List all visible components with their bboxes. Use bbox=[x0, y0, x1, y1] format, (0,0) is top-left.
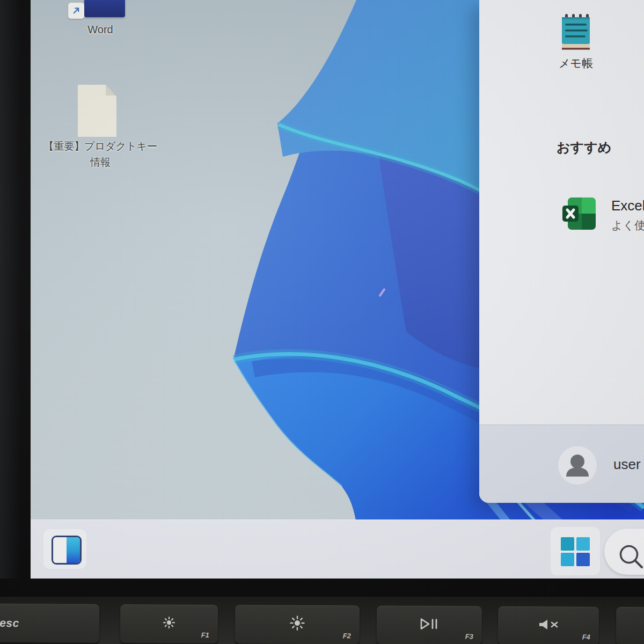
key-f4[interactable]: F4 bbox=[498, 606, 599, 644]
taskbar bbox=[31, 519, 644, 579]
widgets-button[interactable] bbox=[43, 529, 86, 569]
desktop-icon-label: Word bbox=[65, 24, 135, 36]
user-name: user bbox=[613, 456, 641, 473]
excel-icon bbox=[562, 196, 597, 231]
recommended-item-excel[interactable]: Excel よく使 bbox=[554, 191, 644, 240]
key-f1[interactable]: F1 bbox=[120, 604, 218, 643]
key-esc[interactable]: esc bbox=[0, 603, 99, 643]
key-fn-label: F3 bbox=[465, 632, 473, 640]
recommended-item-subtitle: よく使 bbox=[611, 218, 644, 233]
windows-logo-icon bbox=[561, 537, 590, 566]
text-document-icon bbox=[78, 85, 116, 137]
key-fn-label: F4 bbox=[582, 633, 590, 641]
key-fn-label: F2 bbox=[343, 632, 351, 640]
desktop-icon-product-key-file[interactable]: 【重要】プロダクトキー 情報 bbox=[39, 85, 162, 181]
keyboard-deck: esc F1 F2 F3 bbox=[0, 597, 644, 644]
screen-bezel-left bbox=[0, 0, 31, 579]
brightness-low-icon bbox=[163, 616, 175, 629]
notepad-icon bbox=[560, 13, 591, 52]
desktop-icon-word[interactable]: Word bbox=[65, 0, 127, 53]
pinned-app-notepad[interactable]: メモ帳 bbox=[543, 9, 609, 75]
shortcut-arrow-icon bbox=[68, 3, 84, 19]
desktop-icon-label: 【重要】プロダクトキー bbox=[39, 140, 162, 153]
key-f3[interactable]: F3 bbox=[377, 606, 482, 644]
start-menu: メモ帳 おすすめ Excel よく使 bbox=[479, 0, 644, 503]
word-icon bbox=[84, 0, 125, 17]
start-menu-footer: user bbox=[479, 425, 644, 503]
recommended-item-title: Excel bbox=[611, 197, 644, 214]
key-fn-label: F1 bbox=[201, 631, 209, 639]
user-avatar-icon bbox=[558, 446, 597, 485]
laptop-screen: Word 【重要】プロダクトキー 情報 メモ帳 おすすめ bbox=[31, 0, 644, 579]
desktop-icon-label: 情報 bbox=[39, 156, 162, 170]
pinned-app-label: メモ帳 bbox=[543, 56, 609, 71]
widgets-icon bbox=[52, 536, 82, 565]
brightness-high-icon bbox=[290, 616, 305, 631]
screen-bezel-bottom bbox=[0, 579, 644, 597]
start-button[interactable] bbox=[551, 527, 600, 575]
search-button[interactable] bbox=[604, 529, 644, 575]
key-label: esc bbox=[0, 603, 99, 643]
recommended-heading: おすすめ bbox=[557, 138, 611, 156]
play-pause-icon bbox=[419, 618, 440, 631]
key-f2[interactable]: F2 bbox=[235, 605, 360, 644]
key-partial[interactable] bbox=[616, 607, 644, 644]
user-account-button[interactable]: user bbox=[554, 442, 644, 486]
search-icon bbox=[617, 545, 644, 572]
volume-mute-icon bbox=[538, 618, 559, 631]
